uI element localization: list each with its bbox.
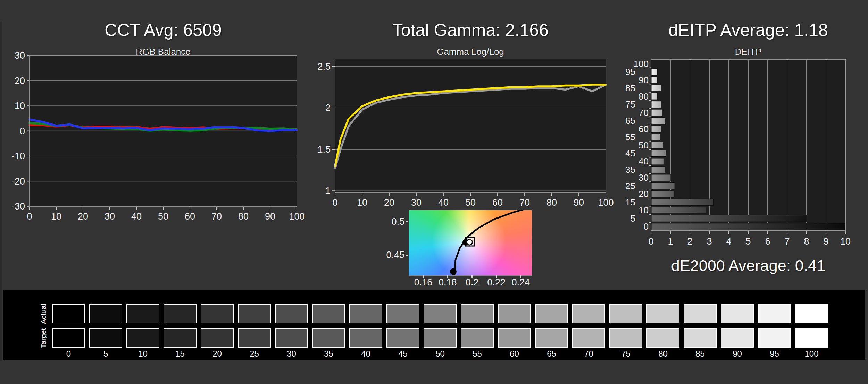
x-tick-label: 100 bbox=[598, 197, 614, 208]
x-tick-label: 2 bbox=[687, 236, 692, 246]
x-tick-label: 90 bbox=[574, 197, 584, 208]
target-swatch-95 bbox=[758, 328, 791, 348]
grayscale-level-label: 80 bbox=[646, 349, 679, 359]
grayscale-strip-panel: Actual Target 05101520253035404550556065… bbox=[3, 290, 865, 360]
cie-y-tick bbox=[406, 255, 408, 256]
grayscale-column-65: 65 bbox=[535, 290, 568, 360]
target-swatch-15 bbox=[164, 328, 197, 348]
target-swatch-45 bbox=[386, 328, 419, 348]
deitp-average-title: dEITP Average: 1.18 bbox=[651, 20, 845, 40]
cie-y-label: 0.45 bbox=[376, 250, 404, 261]
x-tick-label: 0 bbox=[332, 197, 337, 208]
x-tick-label: 3 bbox=[707, 236, 712, 246]
actual-swatch-100 bbox=[795, 304, 828, 323]
actual-swatch-0 bbox=[52, 304, 85, 323]
cie-overlay bbox=[409, 210, 532, 275]
deitp-bar-40 bbox=[651, 158, 664, 165]
x-tick-label: 1 bbox=[668, 236, 673, 246]
deitp-bar-65 bbox=[651, 118, 665, 124]
target-swatch-90 bbox=[721, 328, 754, 348]
y-tick-label: 2 bbox=[325, 103, 331, 113]
actual-swatch-65 bbox=[535, 304, 568, 323]
cie-x-tick bbox=[520, 275, 521, 278]
target-swatch-20 bbox=[201, 328, 234, 348]
deitp-level-label: 90 bbox=[639, 75, 649, 85]
x-ticks bbox=[651, 231, 845, 234]
deitp-bar-70 bbox=[651, 109, 662, 116]
cct-avg-title: CCT Avg: 6509 bbox=[30, 20, 297, 40]
grayscale-level-label: 85 bbox=[684, 349, 717, 359]
cie-chromaticity-gradient bbox=[409, 210, 532, 276]
x-tick-label: 40 bbox=[438, 197, 449, 208]
deitp-level-label: 30 bbox=[639, 172, 649, 183]
x-tick-label: 60 bbox=[185, 211, 195, 222]
deitp-level-label: 50 bbox=[639, 140, 649, 151]
actual-swatch-35 bbox=[312, 304, 345, 323]
x-tick-label: 20 bbox=[384, 197, 394, 208]
grayscale-level-label: 50 bbox=[424, 349, 457, 359]
grayscale-column-55: 55 bbox=[461, 290, 494, 360]
deitp-bar-60 bbox=[651, 126, 661, 132]
actual-swatch-80 bbox=[646, 304, 679, 323]
x-tick-label: 6 bbox=[765, 236, 770, 246]
target-swatch-65 bbox=[535, 328, 568, 348]
y-tick-label: 20 bbox=[15, 76, 25, 86]
marker-measured-low bbox=[450, 268, 457, 275]
grayscale-column-45: 45 bbox=[386, 290, 419, 360]
deitp-level-label: 10 bbox=[639, 205, 649, 215]
target-swatch-35 bbox=[312, 328, 345, 348]
x-tick-label: 10 bbox=[840, 236, 851, 246]
deitp-bar-95 bbox=[651, 69, 657, 75]
gamma-loglog-chart: 2.521.510102030405060708090100 bbox=[312, 45, 625, 225]
deitp-bar-10 bbox=[651, 207, 706, 214]
actual-swatch-55 bbox=[461, 304, 494, 323]
x-tick-label: 90 bbox=[265, 211, 275, 222]
grayscale-level-label: 5 bbox=[89, 349, 122, 359]
y-tick-label: -20 bbox=[11, 176, 25, 187]
deitp-bar-0 bbox=[651, 223, 846, 230]
deitp-level-label: 65 bbox=[625, 116, 635, 126]
deitp-level-label: 45 bbox=[625, 148, 635, 159]
grayscale-level-label: 15 bbox=[164, 349, 197, 359]
deitp-bar-15 bbox=[651, 199, 713, 205]
grayscale-level-label: 0 bbox=[52, 349, 85, 359]
grayscale-column-50: 50 bbox=[424, 290, 457, 360]
grayscale-column-95: 95 bbox=[758, 290, 791, 360]
x-tick-label: 5 bbox=[745, 236, 751, 246]
grayscale-level-label: 45 bbox=[386, 349, 419, 359]
x-tick-label: 50 bbox=[465, 197, 476, 208]
target-swatch-55 bbox=[461, 328, 494, 348]
y-tick-label: 10 bbox=[15, 101, 25, 111]
deitp-bar-85 bbox=[651, 85, 661, 92]
grayscale-column-35: 35 bbox=[312, 290, 345, 360]
grayscale-column-60: 60 bbox=[498, 290, 531, 360]
deitp-level-label: 0 bbox=[644, 221, 649, 232]
x-tick-label: 100 bbox=[289, 211, 304, 222]
actual-swatch-5 bbox=[89, 304, 122, 323]
cie-x-tick bbox=[423, 275, 424, 278]
deitp-histogram-chart: 1009590858075706560555045403530252015105… bbox=[625, 45, 868, 246]
deitp-level-label: 60 bbox=[639, 124, 649, 134]
actual-swatch-20 bbox=[201, 304, 234, 323]
y-tick-label: 30 bbox=[15, 50, 25, 61]
actual-swatch-95 bbox=[758, 304, 791, 323]
cie-y-tick bbox=[406, 221, 408, 222]
deitp-bar-5 bbox=[651, 215, 807, 222]
x-tick-label: 60 bbox=[492, 197, 503, 208]
x-tick-label: 80 bbox=[238, 211, 249, 222]
deitp-bar-80 bbox=[651, 93, 657, 100]
target-swatch-30 bbox=[275, 328, 308, 348]
deitp-bar-90 bbox=[651, 77, 657, 83]
x-tick-label: 0 bbox=[648, 236, 653, 246]
de2000-average-text: dE2000 Average: 0.41 bbox=[651, 257, 845, 275]
deitp-level-label: 80 bbox=[639, 91, 649, 102]
grayscale-column-100: 100 bbox=[795, 290, 828, 360]
grayscale-column-20: 20 bbox=[201, 290, 234, 360]
x-tick-label: 70 bbox=[211, 211, 222, 222]
grayscale-level-label: 70 bbox=[572, 349, 605, 359]
grayscale-column-75: 75 bbox=[609, 290, 642, 360]
deitp-level-label: 40 bbox=[639, 156, 649, 167]
x-tick-label: 9 bbox=[823, 236, 828, 246]
x-tick-label: 70 bbox=[519, 197, 530, 208]
deitp-level-label: 85 bbox=[625, 83, 635, 93]
